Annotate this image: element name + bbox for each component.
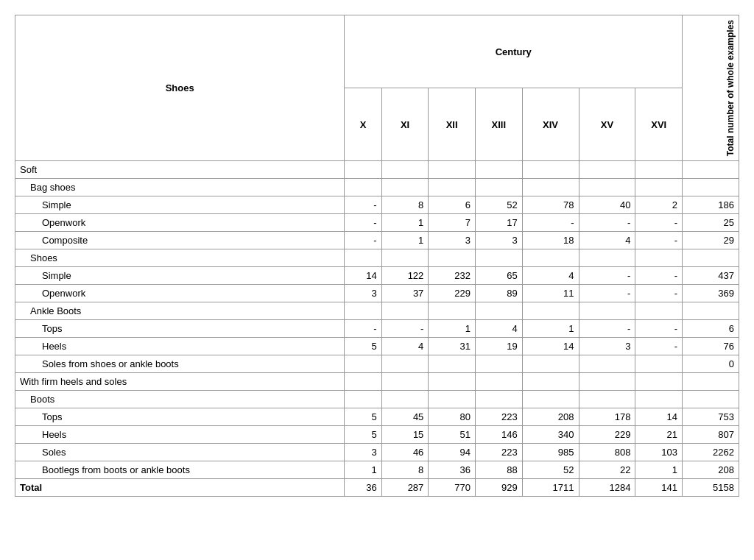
- cell-total: [683, 373, 739, 391]
- row-label: Bootlegs from boots or ankle boots: [15, 461, 345, 479]
- cell-total: 29: [683, 232, 739, 249]
- cell-total: 25: [683, 214, 739, 232]
- cell-total: [683, 161, 739, 179]
- table-row: Heels5155114634022921807: [15, 426, 739, 444]
- cell-total: 437: [683, 267, 739, 285]
- row-label: Heels: [15, 338, 345, 355]
- cell-xii: [429, 373, 476, 391]
- cell-xvi: [635, 391, 683, 408]
- cell-xvi: 14: [635, 408, 683, 426]
- table-row: Boots: [15, 391, 739, 408]
- cell-xi: 46: [381, 444, 429, 461]
- cell-xii: 51: [429, 426, 476, 444]
- cell-xi: [381, 179, 429, 196]
- cell-xii: 31: [429, 338, 476, 355]
- cell-xi: 4: [381, 338, 429, 355]
- cell-xvi: 21: [635, 426, 683, 444]
- cell-xvi: -: [635, 214, 683, 232]
- cell-xi: 122: [381, 267, 429, 285]
- cell-total: 369: [683, 285, 739, 302]
- cell-xi: 45: [381, 408, 429, 426]
- cell-total: 208: [683, 461, 739, 479]
- cell-xi: 1: [381, 232, 429, 249]
- cell-x: 36: [345, 479, 381, 497]
- row-label: Shoes: [15, 249, 345, 267]
- table-row: Tops--141--6: [15, 320, 739, 338]
- cell-x: 5: [345, 426, 381, 444]
- cell-xv: -: [579, 214, 635, 232]
- cell-xiii: [475, 355, 522, 373]
- cell-xv: 1284: [579, 479, 635, 497]
- row-label: Composite: [15, 232, 345, 249]
- cell-xiii: 223: [475, 408, 522, 426]
- cell-xv: [579, 179, 635, 196]
- cell-xii: [429, 355, 476, 373]
- cell-xv: [579, 249, 635, 267]
- cell-x: 1: [345, 461, 381, 479]
- cell-xvi: [635, 302, 683, 320]
- row-label: Openwork: [15, 214, 345, 232]
- cell-x: 5: [345, 408, 381, 426]
- cell-xii: 7: [429, 214, 476, 232]
- cell-xv: 4: [579, 232, 635, 249]
- century-header-xv: XV: [579, 88, 635, 161]
- cell-xiii: [475, 161, 522, 179]
- cell-xvi: -: [635, 232, 683, 249]
- cell-xii: [429, 302, 476, 320]
- row-label: Openwork: [15, 285, 345, 302]
- cell-total: 5158: [683, 479, 739, 497]
- cell-xvi: [635, 179, 683, 196]
- cell-xiii: 4: [475, 320, 522, 338]
- cell-xv: [579, 391, 635, 408]
- cell-xiv: 1711: [522, 479, 579, 497]
- row-label: Boots: [15, 391, 345, 408]
- cell-xiv: 208: [522, 408, 579, 426]
- cell-xiii: 52: [475, 196, 522, 214]
- cell-xi: [381, 391, 429, 408]
- cell-xv: [579, 161, 635, 179]
- table-row: Simple-865278402186: [15, 196, 739, 214]
- row-label: With firm heels and soles: [15, 373, 345, 391]
- cell-xiv: 4: [522, 267, 579, 285]
- cell-total: 753: [683, 408, 739, 426]
- row-label: Tops: [15, 320, 345, 338]
- cell-x: -: [345, 214, 381, 232]
- cell-xi: 8: [381, 196, 429, 214]
- cell-xiii: 17: [475, 214, 522, 232]
- table-row: Soft: [15, 161, 739, 179]
- century-header-xiii: XIII: [475, 88, 522, 161]
- cell-xii: 3: [429, 232, 476, 249]
- row-label: Heels: [15, 426, 345, 444]
- row-label: Tops: [15, 408, 345, 426]
- cell-xiv: [522, 373, 579, 391]
- cell-xiii: [475, 179, 522, 196]
- cell-xvi: [635, 373, 683, 391]
- table-row: Simple14122232654--437: [15, 267, 739, 285]
- cell-total: [683, 249, 739, 267]
- cell-xiv: 14: [522, 338, 579, 355]
- table-row: Tops5458022320817814753: [15, 408, 739, 426]
- cell-xiv: [522, 391, 579, 408]
- cell-xv: 178: [579, 408, 635, 426]
- century-header-xi: XI: [381, 88, 429, 161]
- cell-xv: 808: [579, 444, 635, 461]
- cell-xiii: [475, 373, 522, 391]
- cell-x: [345, 355, 381, 373]
- table-row: Openwork3372298911--369: [15, 285, 739, 302]
- cell-xvi: 1: [635, 461, 683, 479]
- row-label: Soles: [15, 444, 345, 461]
- cell-xiii: 3: [475, 232, 522, 249]
- cell-x: [345, 302, 381, 320]
- cell-xiii: [475, 391, 522, 408]
- table-row: Bag shoes: [15, 179, 739, 196]
- table-container: Shoes Century Total number of whole exam…: [15, 15, 739, 497]
- cell-x: 3: [345, 444, 381, 461]
- cell-xi: 1: [381, 214, 429, 232]
- table-row: Total36287770929171112841415158: [15, 479, 739, 497]
- cell-xiii: 89: [475, 285, 522, 302]
- cell-xv: -: [579, 267, 635, 285]
- cell-total: 76: [683, 338, 739, 355]
- cell-xi: [381, 249, 429, 267]
- cell-total: 2262: [683, 444, 739, 461]
- cell-xvi: [635, 161, 683, 179]
